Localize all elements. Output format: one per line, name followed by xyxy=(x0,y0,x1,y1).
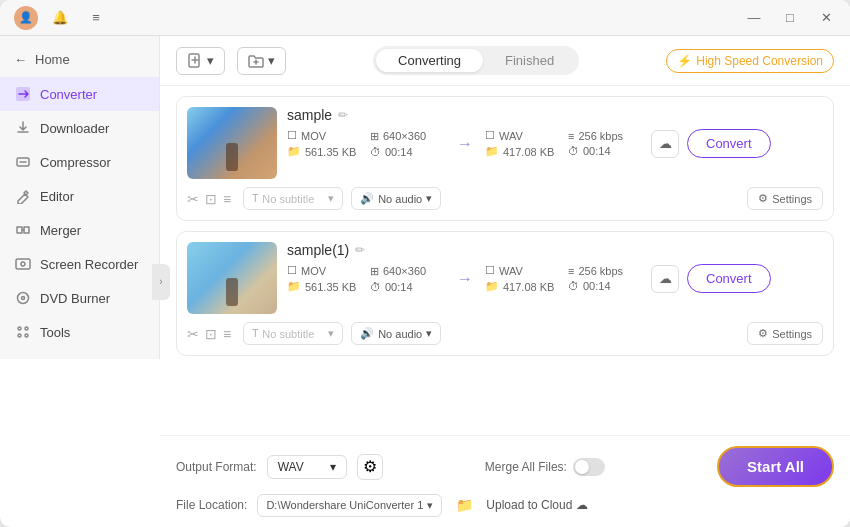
media-list: sample ✏ ☐ MOV 📁 xyxy=(160,86,850,435)
compressor-icon xyxy=(14,153,32,171)
tools-icon xyxy=(14,323,32,341)
converter-label: Converter xyxy=(40,87,97,102)
sidebar: ← Home Converter xyxy=(0,36,160,359)
file-location-input[interactable]: D:\Wondershare UniConverter 1 ▾ xyxy=(257,494,442,517)
close-button[interactable]: ✕ xyxy=(812,4,840,32)
menu-icon[interactable]: ≡ xyxy=(82,4,110,32)
settings-label-1: Settings xyxy=(772,328,812,340)
converter-icon xyxy=(14,85,32,103)
sidebar-home[interactable]: ← Home xyxy=(0,46,159,73)
effects-icon-0[interactable]: ≡ xyxy=(223,191,231,207)
cut-icon-0[interactable]: ✂ xyxy=(187,191,199,207)
editor-label: Editor xyxy=(40,189,74,204)
tab-converting[interactable]: Converting xyxy=(376,49,483,72)
format-settings-icon[interactable]: ⚙ xyxy=(357,454,383,480)
audio-select-1[interactable]: 🔊 No audio ▾ xyxy=(351,322,441,345)
target-meta-1: ☐ WAV 📁 417.08 KB xyxy=(485,264,560,293)
sidebar-item-screen-recorder[interactable]: Screen Recorder xyxy=(0,247,159,281)
output-format-value: WAV xyxy=(278,460,304,474)
settings-button-0[interactable]: ⚙ Settings xyxy=(747,187,823,210)
upload-icon-0[interactable]: ☁ xyxy=(651,130,679,158)
speed-badge[interactable]: ⚡ High Speed Conversion xyxy=(666,49,834,73)
target-format-1: WAV xyxy=(499,265,523,277)
effects-icon-1[interactable]: ≡ xyxy=(223,326,231,342)
arrow-icon-1: → xyxy=(457,270,473,288)
add-folder-button[interactable]: ▾ xyxy=(237,47,286,75)
settings-label-0: Settings xyxy=(772,193,812,205)
dvd-burner-label: DVD Burner xyxy=(40,291,110,306)
screen-recorder-label: Screen Recorder xyxy=(40,257,138,272)
merge-toggle[interactable] xyxy=(573,458,605,476)
bitrate-icon-0: ≡ xyxy=(568,130,574,142)
sidebar-item-editor[interactable]: Editor xyxy=(0,179,159,213)
add-file-dropdown-icon: ▾ xyxy=(207,53,214,68)
crop-icon-1[interactable]: ⊡ xyxy=(205,326,217,342)
sidebar-item-downloader[interactable]: Downloader xyxy=(0,111,159,145)
add-file-button[interactable]: ▾ xyxy=(176,47,225,75)
browse-folder-button[interactable]: 📁 xyxy=(452,493,476,517)
sidebar-item-dvd-burner[interactable]: DVD Burner xyxy=(0,281,159,315)
minimize-button[interactable]: — xyxy=(740,4,768,32)
target-size-1: 417.08 KB xyxy=(503,281,554,293)
title-bar: 👤 🔔 ≡ — □ ✕ xyxy=(0,0,850,36)
add-folder-dropdown-icon: ▾ xyxy=(268,53,275,68)
target-format-0: WAV xyxy=(499,130,523,142)
subtitle-icon-1: T xyxy=(252,328,258,339)
top-bar: ▾ ▾ Converting Finished ⚡ High Speed Con… xyxy=(160,36,850,86)
sidebar-item-merger[interactable]: Merger xyxy=(0,213,159,247)
source-meta-1: ☐ MOV 📁 561.35 KB xyxy=(287,264,362,293)
merge-files-group: Merge All Files: xyxy=(485,458,605,476)
home-label: Home xyxy=(35,52,70,67)
sidebar-item-compressor[interactable]: Compressor xyxy=(0,145,159,179)
target-size-0: 417.08 KB xyxy=(503,146,554,158)
upload-cloud-label: Upload to Cloud xyxy=(486,498,572,512)
compressor-label: Compressor xyxy=(40,155,111,170)
tab-group: Converting Finished xyxy=(373,46,579,75)
svg-point-7 xyxy=(25,327,28,330)
dur-icon-1: ⏱ xyxy=(370,281,381,293)
audio-icon-1: 🔊 xyxy=(360,327,374,340)
crop-icon-0[interactable]: ⊡ xyxy=(205,191,217,207)
target-folder-icon-0: 📁 xyxy=(485,145,499,158)
source-dur-1: 00:14 xyxy=(385,281,413,293)
speed-badge-label: High Speed Conversion xyxy=(696,54,823,68)
arrow-icon-0: → xyxy=(457,135,473,153)
output-format-select[interactable]: WAV ▾ xyxy=(267,455,347,479)
convert-button-1[interactable]: Convert xyxy=(687,264,771,293)
res-icon-1: ⊞ xyxy=(370,265,379,278)
sidebar-item-tools[interactable]: Tools xyxy=(0,315,159,349)
convert-button-0[interactable]: Convert xyxy=(687,129,771,158)
target-details-1: ≡ 256 kbps ⏱ 00:14 xyxy=(568,265,643,292)
upload-icon-1[interactable]: ☁ xyxy=(651,265,679,293)
target-meta-0: ☐ WAV 📁 417.08 KB xyxy=(485,129,560,158)
file-location-label: File Location: xyxy=(176,498,247,512)
sidebar-item-converter[interactable]: Converter xyxy=(0,77,159,111)
subtitle-dropdown-0: ▾ xyxy=(328,192,334,205)
user-avatar[interactable]: 👤 xyxy=(14,6,38,30)
edit-name-icon-1[interactable]: ✏ xyxy=(355,243,365,257)
edit-name-icon-0[interactable]: ✏ xyxy=(338,108,348,122)
cut-icon-1[interactable]: ✂ xyxy=(187,326,199,342)
target-format-icon-1: ☐ xyxy=(485,264,495,277)
target-dur-1: 00:14 xyxy=(583,280,611,292)
tab-finished[interactable]: Finished xyxy=(483,49,576,72)
media-name-1: sample(1) xyxy=(287,242,349,258)
subtitle-label-0: No subtitle xyxy=(262,193,314,205)
audio-select-0[interactable]: 🔊 No audio ▾ xyxy=(351,187,441,210)
notification-icon[interactable]: 🔔 xyxy=(46,4,74,32)
target-folder-icon-1: 📁 xyxy=(485,280,499,293)
sidebar-collapse-button[interactable]: › xyxy=(152,264,170,300)
start-all-button[interactable]: Start All xyxy=(717,446,834,487)
screen-recorder-icon xyxy=(14,255,32,273)
source-meta-0: ☐ MOV 📁 561.35 KB xyxy=(287,129,362,158)
source-details-0: ⊞ 640×360 ⏱ 00:14 xyxy=(370,130,445,158)
media-name-0: sample xyxy=(287,107,332,123)
subtitle-select-1[interactable]: T No subtitle ▾ xyxy=(243,322,343,345)
svg-point-9 xyxy=(25,334,28,337)
merger-label: Merger xyxy=(40,223,81,238)
settings-button-1[interactable]: ⚙ Settings xyxy=(747,322,823,345)
output-format-label: Output Format: xyxy=(176,460,257,474)
maximize-button[interactable]: □ xyxy=(776,4,804,32)
upload-cloud-button[interactable]: Upload to Cloud ☁ xyxy=(486,498,588,512)
subtitle-select-0[interactable]: T No subtitle ▾ xyxy=(243,187,343,210)
